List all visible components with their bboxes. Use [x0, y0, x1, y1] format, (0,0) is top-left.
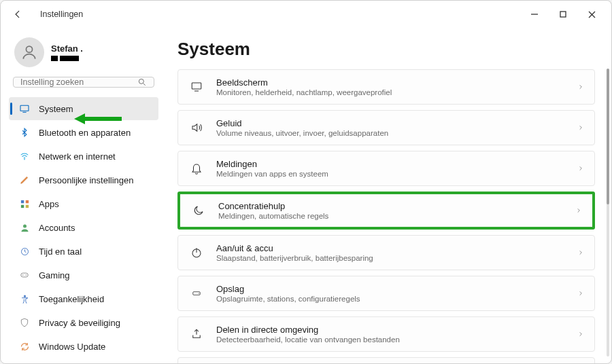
sidebar-item-gaming[interactable]: Gaming	[9, 263, 158, 287]
accounts-icon	[18, 221, 31, 234]
sidebar-item-system[interactable]: Systeem	[9, 97, 158, 120]
card-multitasking[interactable]: Multitasking Vensters vastmaken, bureaub…	[177, 357, 595, 363]
chevron-right-icon	[578, 330, 583, 338]
card-focus-assist[interactable]: Concentratiehulp Meldingen, automatische…	[177, 192, 595, 230]
sidebar-item-apps[interactable]: Apps	[9, 192, 158, 215]
maximize-icon	[560, 11, 566, 18]
card-sub: Detecteerbaarheid, locatie van ontvangen…	[216, 335, 578, 344]
share-icon	[189, 327, 204, 342]
sidebar-item-label: Systeem	[39, 104, 73, 114]
svg-rect-20	[192, 83, 201, 89]
profile-subtext	[51, 54, 83, 62]
apps-icon	[18, 198, 31, 210]
sidebar-item-label: Privacy & beveiliging	[39, 318, 120, 328]
card-title: Delen in directe omgeving	[216, 325, 578, 335]
card-text: Meldingen Meldingen van apps en systeem	[216, 159, 578, 178]
svg-point-2	[26, 46, 32, 52]
close-button[interactable]	[577, 5, 606, 24]
update-icon	[18, 340, 31, 352]
sidebar-item-accessibility[interactable]: Toegankelijkheid	[9, 287, 158, 310]
card-power[interactable]: Aan/uit & accu Slaapstand, batterijverbr…	[177, 235, 595, 270]
sidebar-item-network[interactable]: Netwerk en internet	[9, 145, 158, 168]
svg-rect-1	[560, 12, 566, 17]
svg-rect-8	[20, 200, 23, 202]
sidebar-item-bluetooth[interactable]: Bluetooth en apparaten	[9, 121, 158, 144]
display-icon	[189, 79, 204, 94]
card-notifications[interactable]: Meldingen Meldingen van apps en systeem	[177, 151, 595, 186]
card-text: Delen in directe omgeving Detecteerbaarh…	[216, 325, 578, 344]
titlebar: Instellingen	[1, 1, 611, 28]
sidebar-item-privacy[interactable]: Privacy & beveiliging	[9, 311, 158, 334]
card-sub: Meldingen van apps en systeem	[216, 170, 578, 178]
card-title: Opslag	[216, 284, 578, 294]
search-icon	[137, 77, 147, 87]
back-button[interactable]	[6, 3, 29, 26]
sidebar-item-label: Toegankelijkheid	[39, 294, 104, 304]
minimize-button[interactable]	[520, 5, 549, 24]
card-text: Concentratiehulp Meldingen, automatische…	[218, 201, 576, 220]
search-input[interactable]	[20, 77, 137, 87]
card-title: Geluid	[216, 118, 578, 128]
sidebar-item-label: Windows Update	[39, 342, 105, 352]
card-sub: Volume niveaus, uitvoer, invoer, geluids…	[216, 129, 578, 137]
sidebar-item-label: Apps	[39, 199, 59, 209]
window-title: Instellingen	[40, 10, 83, 19]
card-text: Aan/uit & accu Slaapstand, batterijverbr…	[216, 243, 578, 262]
main-panel: Systeem Beeldscherm Monitoren, helderhei…	[164, 28, 611, 363]
sound-icon	[189, 120, 204, 135]
sidebar-nav: Systeem Bluetooth en apparaten Netwerk e…	[9, 97, 158, 358]
card-sub: Opslagruimte, stations, configuratierege…	[216, 295, 578, 303]
wifi-icon	[18, 150, 31, 162]
card-text: Opslag Opslagruimte, stations, configura…	[216, 284, 578, 303]
minimize-icon	[531, 11, 538, 18]
card-nearby-share[interactable]: Delen in directe omgeving Detecteerbaarh…	[177, 316, 595, 352]
card-sub: Meldingen, automatische regels	[218, 212, 576, 220]
svg-rect-14	[21, 273, 29, 277]
card-title: Aan/uit & accu	[216, 243, 578, 253]
system-icon	[18, 103, 31, 115]
chevron-right-icon	[576, 206, 581, 215]
chevron-right-icon	[578, 83, 583, 91]
profile-block[interactable]: Stefan .	[9, 33, 158, 77]
scrollbar-thumb[interactable]	[607, 69, 609, 204]
svg-rect-10	[20, 204, 23, 207]
sidebar-item-label: Persoonlijke instellingen	[39, 175, 133, 185]
close-icon	[588, 11, 596, 18]
card-storage[interactable]: Opslag Opslagruimte, stations, configura…	[177, 276, 595, 311]
svg-point-7	[24, 159, 25, 160]
shield-icon	[18, 316, 31, 329]
card-title: Beeldscherm	[216, 77, 578, 88]
avatar	[14, 37, 44, 67]
window-controls	[520, 5, 606, 24]
svg-rect-11	[25, 204, 28, 207]
sidebar-item-label: Gaming	[39, 270, 70, 280]
sidebar-item-personalization[interactable]: Persoonlijke instellingen	[9, 168, 158, 192]
card-title: Concentratiehulp	[218, 201, 576, 211]
chevron-right-icon	[578, 289, 583, 297]
moon-icon	[191, 203, 206, 218]
card-sound[interactable]: Geluid Volume niveaus, uitvoer, invoer, …	[177, 110, 595, 145]
profile-name: Stefan .	[51, 43, 83, 54]
sidebar-item-label: Bluetooth en apparaten	[39, 128, 131, 138]
content-area: Stefan . Systeem Bluetooth en apparate	[1, 28, 611, 363]
svg-point-12	[23, 224, 27, 228]
sidebar-item-label: Accounts	[39, 223, 75, 233]
person-icon	[20, 43, 38, 61]
maximize-button[interactable]	[549, 5, 577, 24]
svg-point-25	[199, 293, 199, 293]
sidebar-item-time[interactable]: Tijd en taal	[9, 240, 158, 263]
chevron-right-icon	[578, 124, 583, 132]
bell-icon	[189, 161, 204, 176]
chevron-right-icon	[578, 164, 583, 172]
accessibility-icon	[18, 293, 31, 305]
card-text: Beeldscherm Monitoren, helderheid, nacht…	[216, 77, 578, 96]
gaming-icon	[18, 269, 31, 281]
card-display[interactable]: Beeldscherm Monitoren, helderheid, nacht…	[177, 69, 595, 105]
card-text: Geluid Volume niveaus, uitvoer, invoer, …	[216, 118, 578, 137]
sidebar-item-label: Netwerk en internet	[39, 151, 116, 162]
sidebar-item-accounts[interactable]: Accounts	[9, 216, 158, 239]
svg-point-15	[22, 274, 24, 276]
sidebar-item-update[interactable]: Windows Update	[9, 335, 158, 358]
svg-point-17	[23, 295, 25, 297]
search-box[interactable]	[13, 77, 154, 88]
